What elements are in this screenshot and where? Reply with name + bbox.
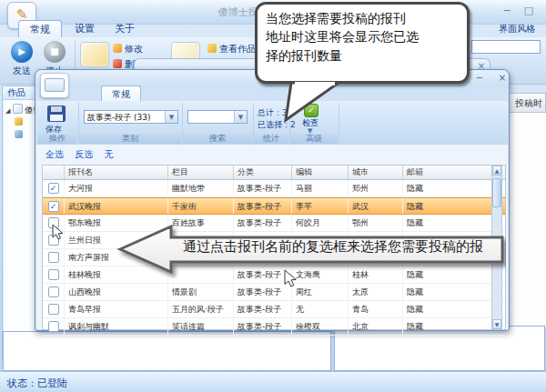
tab-about[interactable]: 关于 — [104, 20, 146, 37]
category-value: 故事类-段子 (33) — [87, 113, 151, 122]
table-cell: 青岛 — [349, 301, 403, 317]
delete-icon — [113, 59, 122, 68]
ui-style-link[interactable]: 界面风格 — [499, 23, 535, 35]
table-cell: 情景剧 — [168, 284, 234, 300]
checkbox-cell — [43, 318, 65, 335]
close-icon[interactable]: × — [539, 5, 546, 17]
minimize-icon[interactable]: − — [497, 5, 517, 17]
tab-general[interactable]: 常规 — [18, 20, 62, 38]
group-caption-search: 搜索 — [183, 134, 252, 144]
send-button[interactable]: ▶ 发送 — [5, 41, 38, 77]
send-label: 发送 — [5, 65, 38, 77]
table-cell: 李芊 — [292, 198, 349, 214]
screen: ✎ 傻博士投稿软件 - 专业版 − □ × 常规 设置 关于 界面风格 ▶ 发送… — [0, 0, 546, 392]
scroll-up-icon[interactable]: ▲ — [492, 166, 501, 176]
table-cell: 故事类-段子 — [234, 198, 292, 214]
table-cell: 北京 — [349, 318, 403, 335]
modify-label: 修改 — [125, 44, 143, 54]
status-text: 状态：已登陆 — [7, 377, 67, 390]
checkbox-cell — [43, 249, 65, 266]
row-checkbox[interactable] — [48, 286, 59, 297]
table-cell: 周红 — [292, 284, 349, 300]
expander-icon[interactable]: ◢ — [5, 107, 10, 115]
table-row[interactable]: ✓武汉晚报千家街故事类-段子李芊武汉隐藏 — [43, 197, 505, 215]
cursor-icon — [284, 269, 300, 287]
table-cell: 武汉 — [349, 198, 403, 214]
category-dropdown[interactable]: 故事类-段子 (33) ▼ — [84, 110, 178, 124]
info-bubble: 当您选择需要投稿的报刊 地址时这里将会显示您已选 择的报刊数量 — [255, 2, 470, 84]
table-cell: 隐藏 — [403, 284, 505, 300]
select-all-link[interactable]: 全选 — [46, 149, 64, 159]
group-caption-advanced: 高级 — [290, 134, 338, 144]
table-cell: 故事类-段子 — [234, 318, 292, 335]
table-cell: 讽刺与幽默 — [65, 318, 168, 335]
table-row[interactable]: 青岛早报五月的风·段子故事类-段子无青岛隐藏 — [43, 301, 505, 318]
row-checkbox[interactable] — [48, 304, 59, 315]
select-none-link[interactable]: 无 — [104, 149, 113, 159]
table-cell: 五月的风·段子 — [168, 301, 234, 317]
table-cell: 隐藏 — [403, 180, 505, 196]
group-caption-category: 类别 — [79, 134, 181, 144]
table-cell: 太原 — [349, 284, 403, 300]
table-cell: 笑话连篇 — [168, 318, 234, 335]
tab-settings[interactable]: 设置 — [64, 20, 106, 37]
checkbox-cell: ✓ — [43, 180, 65, 196]
behind-column-header: 投稿时间 — [506, 93, 546, 113]
dialog-close-icon[interactable]: × — [493, 73, 511, 84]
table-cell: 郑州 — [349, 180, 403, 196]
mail-icon — [15, 117, 23, 126]
header-name[interactable]: 报刊名 — [65, 166, 168, 179]
scroll-down-icon[interactable]: ▼ — [492, 319, 501, 329]
search-dropdown[interactable]: ▼ — [187, 110, 248, 124]
group-caption-stats: 统计 — [254, 134, 288, 144]
row-checkbox[interactable] — [48, 252, 59, 263]
row-checkbox[interactable]: ✓ — [48, 201, 59, 212]
modify-button[interactable]: 修改 — [113, 42, 143, 55]
bubble-tail — [260, 82, 360, 124]
dialog-tab-general[interactable]: 常规 — [101, 85, 141, 102]
cursor-icon — [52, 224, 66, 240]
table-cell: 隐藏 — [403, 301, 505, 317]
table-cell: 隐藏 — [403, 318, 505, 335]
ribbon-search-input[interactable] — [471, 40, 541, 54]
row-checkbox[interactable] — [48, 321, 59, 332]
group-caption-operation: 操作 — [38, 134, 76, 144]
tree-child-item[interactable] — [15, 130, 25, 141]
table-cell: 青岛早报 — [65, 301, 168, 317]
checkbox-cell — [43, 284, 65, 300]
chevron-down-icon[interactable]: ▼ — [165, 111, 177, 123]
tree-child-item[interactable] — [15, 117, 25, 128]
maximize-icon[interactable]: □ — [519, 5, 539, 17]
write-icon[interactable] — [80, 42, 109, 67]
scrollbar-thumb[interactable] — [492, 178, 501, 207]
pencil-icon — [113, 44, 122, 53]
checkbox-cell — [43, 266, 65, 283]
table-row[interactable]: 山西晚报情景剧故事类-段子周红太原隐藏 — [43, 284, 505, 301]
table-cell: 隐藏 — [403, 198, 505, 214]
save-icon[interactable] — [47, 106, 66, 122]
header-email[interactable]: 邮箱 — [403, 166, 505, 179]
header-column[interactable]: 栏目 — [168, 166, 234, 179]
header-city[interactable]: 城市 — [349, 166, 403, 179]
table-cell: 马丽 — [292, 180, 349, 196]
checkbox-cell — [43, 301, 65, 317]
table-cell: 故事类-段子 — [234, 180, 292, 196]
checkbox-cell: ✓ — [43, 198, 65, 214]
invert-selection-link[interactable]: 反选 — [75, 149, 93, 159]
table-header: 报刊名 栏目 分类 编辑 城市 邮箱 — [43, 166, 505, 180]
row-checkbox[interactable] — [48, 269, 59, 280]
table-cell: 幽默地带 — [168, 180, 234, 196]
selection-links: 全选 反选 无 — [46, 148, 121, 161]
table-cell: 山西晚报 — [65, 284, 168, 300]
row-checkbox[interactable]: ✓ — [48, 183, 59, 194]
work-icon — [13, 104, 23, 114]
header-editor[interactable]: 编辑 — [292, 166, 349, 179]
table-row[interactable]: ✓大河报幽默地带故事类-段子马丽郑州隐藏 — [43, 180, 505, 197]
chevron-down-icon[interactable]: ▼ — [234, 111, 247, 123]
table-cell: 故事类-段子 — [234, 301, 292, 317]
header-category[interactable]: 分类 — [234, 166, 292, 179]
table-cell: 徐橙双 — [292, 318, 349, 335]
dialog-minimize-icon[interactable]: − — [470, 73, 489, 84]
table-cell: 武汉晚报 — [65, 198, 168, 214]
table-row[interactable]: 讽刺与幽默笑话连篇故事类-段子徐橙双北京隐藏 — [43, 318, 505, 336]
